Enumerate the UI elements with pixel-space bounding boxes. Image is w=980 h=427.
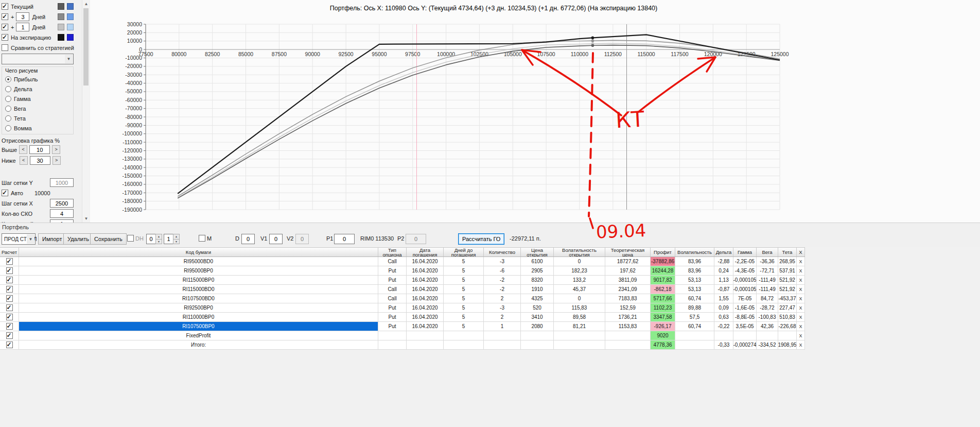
dh-spinner-2-input[interactable] (164, 234, 173, 244)
cell-delta[interactable] (714, 331, 733, 340)
cell-maturity[interactable]: 16.04.2020 (407, 276, 444, 284)
cell-type[interactable]: Put (378, 276, 407, 284)
cell-theo_price[interactable]: 18727,62 (605, 257, 651, 266)
grid-step-y-input[interactable] (50, 178, 74, 187)
grid-step-x-input[interactable] (50, 199, 74, 208)
column-header-vol[interactable]: Волатильность (675, 248, 714, 257)
compare-strategy-checkbox[interactable] (2, 44, 8, 51)
row-delete-x[interactable]: X (797, 294, 805, 303)
cell-type[interactable] (378, 331, 407, 340)
cell-vega[interactable]: -28,72 (757, 303, 778, 312)
cell-open_price[interactable]: 4325 (521, 294, 554, 303)
cell-theta[interactable]: 537,91 (778, 266, 797, 275)
row-delete-x[interactable]: X (797, 285, 805, 294)
cell-open_price[interactable]: 2905 (521, 266, 554, 275)
table-row[interactable]: RI92500BP0Put16.04.20205-3520115,83152,5… (0, 303, 805, 313)
cell-qty[interactable] (484, 331, 521, 340)
radio-vomma[interactable] (5, 125, 11, 131)
row-delete-x[interactable]: X (797, 313, 805, 321)
cell-type[interactable] (378, 340, 407, 349)
layer-plus1-checkbox[interactable] (2, 24, 8, 30)
cell-days[interactable]: 5 (444, 313, 484, 321)
layer-plus3-color-swatch-2[interactable] (67, 13, 74, 20)
scroll-down-icon[interactable]: ▼ (82, 215, 90, 223)
cell-theo_price[interactable]: 1153,83 (605, 322, 651, 331)
row-delete-x[interactable]: X (797, 331, 805, 340)
cell-maturity[interactable]: 16.04.2020 (407, 294, 444, 303)
row-delete-x[interactable]: X (797, 340, 805, 349)
cell-vega[interactable]: -100,83 (757, 313, 778, 321)
cell-type[interactable]: Call (378, 257, 407, 266)
draw-option-vega[interactable]: Вега (4, 104, 73, 113)
cell-vol[interactable] (675, 331, 714, 340)
column-header-theo_price[interactable]: Теоретическая цена (605, 248, 651, 257)
layer-plus3-color-swatch-1[interactable] (58, 13, 64, 20)
radio-delta[interactable] (5, 86, 11, 92)
calculate-go-button[interactable]: Рассчитать ГО (458, 233, 504, 245)
cell-type[interactable]: Put (378, 313, 407, 321)
cell-delta[interactable]: 0,24 (714, 266, 733, 275)
layer-expiration-color-swatch-1[interactable] (58, 34, 64, 41)
cell-open_price[interactable]: 2080 (521, 322, 554, 331)
row-delete-x[interactable]: X (797, 257, 805, 266)
cell-open_price[interactable]: 520 (521, 303, 554, 312)
cell-profit[interactable]: 9017,82 (651, 276, 675, 284)
layer-current-checkbox[interactable] (2, 3, 8, 10)
cell-delta[interactable]: 0,63 (714, 313, 733, 321)
cell-vega[interactable]: -334,52 (757, 340, 778, 349)
cell-gamma[interactable]: -0,000105 (733, 276, 757, 284)
cell-vega[interactable]: 84,72 (757, 294, 778, 303)
row-calc-checkbox[interactable] (6, 277, 13, 283)
cell-vol[interactable]: 83,96 (675, 266, 714, 275)
cell-delta[interactable]: -0,22 (714, 322, 733, 331)
below-decrease-button[interactable]: < (20, 156, 28, 165)
draw-option-delta[interactable]: Дельта (4, 84, 73, 94)
layer-plus3-checkbox[interactable] (2, 13, 8, 20)
cell-open_vol[interactable]: 0 (554, 294, 605, 303)
table-row[interactable]: RI115000BD0Call16.04.20205-2191045,37234… (0, 285, 805, 294)
cell-gamma[interactable]: 3,5E-05 (733, 322, 757, 331)
cell-vol[interactable]: 89,88 (675, 303, 714, 312)
cell-qty[interactable]: -2 (484, 285, 521, 294)
cell-calc[interactable] (0, 313, 19, 321)
spin-up-icon[interactable]: ▲ (156, 234, 162, 240)
cell-qty[interactable] (484, 340, 521, 349)
cell-profit[interactable]: 4778,36 (651, 340, 675, 349)
cell-calc[interactable] (0, 266, 19, 275)
row-calc-checkbox[interactable] (6, 258, 13, 265)
m-checkbox[interactable] (199, 235, 205, 242)
cell-qty[interactable]: -2 (484, 276, 521, 284)
cell-calc[interactable] (0, 285, 19, 294)
cell-days[interactable]: 5 (444, 303, 484, 312)
cell-qty[interactable]: -3 (484, 303, 521, 312)
cell-maturity[interactable] (407, 331, 444, 340)
cell-profit[interactable]: 9020 (651, 331, 675, 340)
column-header-x[interactable]: X (797, 248, 805, 257)
table-row[interactable]: RI115000BP0Put16.04.20205-28320133,23811… (0, 276, 805, 285)
table-row[interactable]: Итого:4778,36-0,33-0,000274-334,521908,9… (0, 340, 805, 350)
cell-open_price[interactable]: 6100 (521, 257, 554, 266)
cell-calc[interactable] (0, 340, 19, 349)
column-header-profit[interactable]: Профит (651, 248, 675, 257)
row-delete-x[interactable]: X (797, 276, 805, 284)
table-row[interactable]: RI107500BD0Call16.04.202052432507183,835… (0, 294, 805, 303)
row-calc-checkbox[interactable] (6, 267, 13, 274)
cell-days[interactable]: 5 (444, 285, 484, 294)
row-delete-x[interactable]: X (797, 303, 805, 312)
cell-open_vol[interactable] (554, 331, 605, 340)
cell-vol[interactable]: 53,13 (675, 276, 714, 284)
cell-days[interactable]: 5 (444, 294, 484, 303)
cell-days[interactable]: 5 (444, 266, 484, 275)
scrollbar-thumb[interactable] (83, 8, 89, 86)
cell-gamma[interactable]: -0,000274 (733, 340, 757, 349)
cell-vega[interactable]: -111,49 (757, 276, 778, 284)
import-button[interactable]: Импорт (38, 233, 66, 245)
cell-theta[interactable]: 227,47 (778, 303, 797, 312)
cell-gamma[interactable] (733, 331, 757, 340)
cell-gamma[interactable]: -4,3E-05 (733, 266, 757, 275)
cell-calc[interactable] (0, 331, 19, 340)
draw-option-theta[interactable]: Тета (4, 113, 73, 123)
cell-gamma[interactable]: 7E-05 (733, 294, 757, 303)
cell-calc[interactable] (0, 276, 19, 284)
save-button[interactable]: Сохранить (90, 233, 127, 245)
